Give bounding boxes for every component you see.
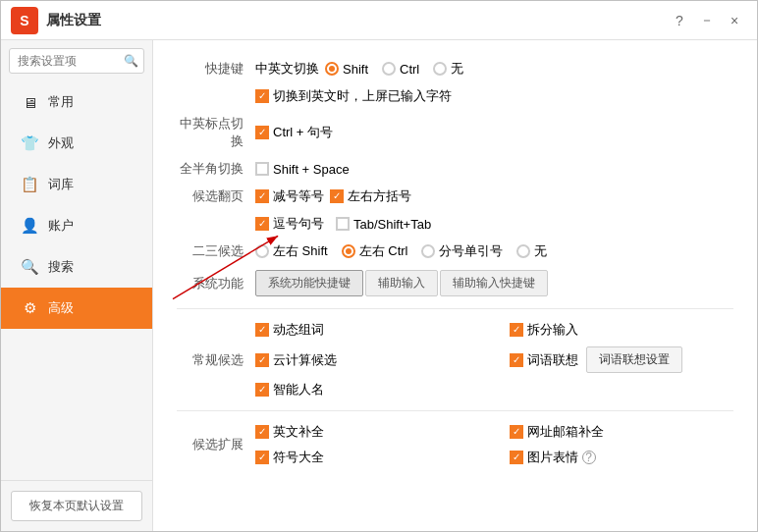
word-assoc-check: [510, 353, 523, 367]
sidebar-item-general-label: 常用: [48, 93, 74, 111]
radio-lr-shift-label: 左右 Shift: [273, 242, 328, 260]
en-complete-text: 英文补全: [273, 423, 324, 441]
radio-shift-circle: [325, 62, 339, 76]
comma-period-checkbox[interactable]: 逗号句号: [255, 215, 324, 233]
radio-shift-label: Shift: [343, 62, 368, 77]
word-assoc-text: 词语联想: [527, 351, 578, 369]
title-bar: S 属性设置 ? － ×: [1, 1, 757, 40]
help-button[interactable]: ?: [667, 11, 692, 30]
symbol-all-checkbox[interactable]: 符号大全: [255, 449, 480, 466]
sidebar-item-advanced-label: 高级: [48, 299, 74, 317]
radio-semicol-label: 分号单引号: [439, 242, 503, 260]
switch-note-checkbox[interactable]: 切换到英文时，上屏已输入字符: [255, 87, 452, 105]
radio-lr-shift[interactable]: 左右 Shift: [255, 242, 328, 260]
bracket-checkbox[interactable]: 左右方括号: [330, 187, 411, 205]
nav-items: 🖥 常用 👕 外观 📋 词库 👤 账户 🔍 搜索: [1, 81, 152, 480]
radio-ctrl-circle: [382, 62, 396, 76]
radio-lr-ctrl[interactable]: 左右 Ctrl: [342, 242, 408, 260]
sidebar-item-account[interactable]: 👤 账户: [1, 205, 152, 246]
full-half-content: Shift + Space: [255, 162, 350, 177]
smart-name-text: 智能人名: [273, 381, 324, 399]
shortcut-label: 快捷键: [177, 60, 255, 78]
second-third-content: 左右 Shift 左右 Ctrl 分号单引号 无: [255, 242, 547, 260]
dynamic-word-text: 动态组词: [273, 321, 324, 339]
radio-none-circle: [433, 62, 447, 76]
sidebar-footer: 恢复本页默认设置: [1, 480, 152, 531]
emoji-checkbox[interactable]: 图片表情: [510, 449, 578, 466]
sidebar-item-advanced[interactable]: ⚙ 高级: [1, 288, 152, 329]
tab-shift-checkbox[interactable]: Tab/Shift+Tab: [336, 217, 431, 232]
url-email-checkbox[interactable]: 网址邮箱补全: [510, 423, 734, 441]
tab-shift-check: [336, 217, 350, 231]
search-box: 🔍: [9, 48, 144, 74]
full-half-label: 全半角切换: [177, 160, 255, 178]
content-area: 🔍 🖥 常用 👕 外观 📋 词库 👤 账户: [1, 40, 757, 531]
radio-none[interactable]: 无: [433, 60, 463, 78]
full-half-checkbox[interactable]: Shift + Space: [255, 162, 350, 177]
full-half-check: [255, 162, 269, 176]
radio-semicol[interactable]: 分号单引号: [421, 242, 503, 260]
sidebar-item-appearance[interactable]: 👕 外观: [1, 123, 152, 164]
cn-en-switch-content: 中英文切换 Shift Ctrl 无: [255, 60, 463, 78]
tab-system-shortcut[interactable]: 系统功能快捷键: [255, 270, 363, 296]
emoji-group: 图片表情 ?: [510, 449, 734, 466]
window-title: 属性设置: [46, 12, 667, 29]
radio-semicol-circle: [421, 244, 435, 258]
cloud-candidate-text: 云计算候选: [273, 351, 337, 369]
radio-none2-label: 无: [534, 242, 547, 260]
comma-period-check: [255, 217, 269, 231]
smart-name-checkbox[interactable]: 智能人名: [255, 381, 480, 399]
cn-en-punct-checkbox[interactable]: Ctrl + 句号: [255, 124, 333, 141]
sidebar-item-lexicon-label: 词库: [48, 176, 74, 193]
sidebar: 🔍 🖥 常用 👕 外观 📋 词库 👤 账户: [1, 40, 153, 531]
cloud-candidate-check: [255, 353, 269, 367]
radio-none-label: 无: [451, 60, 463, 78]
minus-equal-checkbox[interactable]: 减号等号: [255, 187, 324, 205]
second-third-radio-group: 左右 Shift 左右 Ctrl 分号单引号 无: [255, 242, 547, 260]
sidebar-item-search[interactable]: 🔍 搜索: [1, 246, 152, 288]
radio-ctrl[interactable]: Ctrl: [382, 62, 419, 77]
system-func-row: 系统功能 系统功能快捷键 辅助输入 辅助输入快捷键: [177, 270, 733, 296]
search-nav-icon: 🔍: [21, 258, 38, 276]
tab-aux-input-shortcut[interactable]: 辅助输入快捷键: [440, 270, 548, 296]
reset-button[interactable]: 恢复本页默认设置: [11, 491, 142, 521]
word-assoc-group: 词语联想 词语联想设置: [510, 346, 734, 373]
en-complete-checkbox[interactable]: 英文补全: [255, 423, 480, 441]
common-candidate-grid: 动态组词 拆分输入 云计算候选 词语联想: [255, 321, 733, 399]
cloud-candidate-checkbox[interactable]: 云计算候选: [255, 346, 480, 373]
cn-en-punct-check: [255, 126, 269, 139]
word-assoc-checkbox[interactable]: 词语联想: [510, 351, 578, 369]
advanced-icon: ⚙: [21, 299, 38, 317]
radio-shift[interactable]: Shift: [325, 62, 368, 77]
minus-equal-text: 减号等号: [273, 187, 324, 205]
dynamic-word-checkbox[interactable]: 动态组词: [255, 321, 480, 339]
radio-none2[interactable]: 无: [516, 242, 547, 260]
switch-note-text: 切换到英文时，上屏已输入字符: [273, 87, 452, 105]
sidebar-item-general[interactable]: 🖥 常用: [1, 81, 152, 123]
close-button[interactable]: ×: [722, 11, 747, 30]
bracket-text: 左右方括号: [348, 187, 411, 205]
tab-aux-input[interactable]: 辅助输入: [365, 270, 438, 296]
emoji-info-icon: ?: [582, 451, 596, 464]
cn-en-radio-group: Shift Ctrl 无: [325, 60, 463, 78]
window: S 属性设置 ? － × 🔍 🖥 常用 👕 外观: [0, 0, 758, 532]
emoji-check: [510, 451, 523, 464]
divider-1: [177, 308, 733, 309]
radio-none2-circle: [516, 244, 530, 258]
minimize-button[interactable]: －: [694, 11, 720, 30]
sidebar-item-search-label: 搜索: [48, 258, 74, 276]
split-input-checkbox[interactable]: 拆分输入: [510, 321, 734, 339]
second-third-row: 二三候选 左右 Shift 左右 Ctrl 分号单引号: [177, 242, 733, 260]
main-panel: 快捷键 中英文切换 Shift Ctrl: [153, 40, 757, 531]
symbol-all-text: 符号大全: [273, 449, 324, 466]
sidebar-item-lexicon[interactable]: 📋 词库: [1, 164, 152, 205]
radio-ctrl-label: Ctrl: [400, 62, 419, 77]
dynamic-word-check: [255, 323, 269, 337]
appearance-icon: 👕: [21, 134, 38, 152]
full-half-row: 全半角切换 Shift + Space: [177, 160, 733, 178]
cn-en-punct-label: 中英标点切换: [177, 115, 255, 150]
search-icon: 🔍: [124, 54, 138, 68]
word-assoc-settings-btn[interactable]: 词语联想设置: [586, 346, 682, 373]
cn-en-punct-text: Ctrl + 句号: [273, 124, 333, 141]
cn-en-punct-content: Ctrl + 句号: [255, 124, 333, 141]
